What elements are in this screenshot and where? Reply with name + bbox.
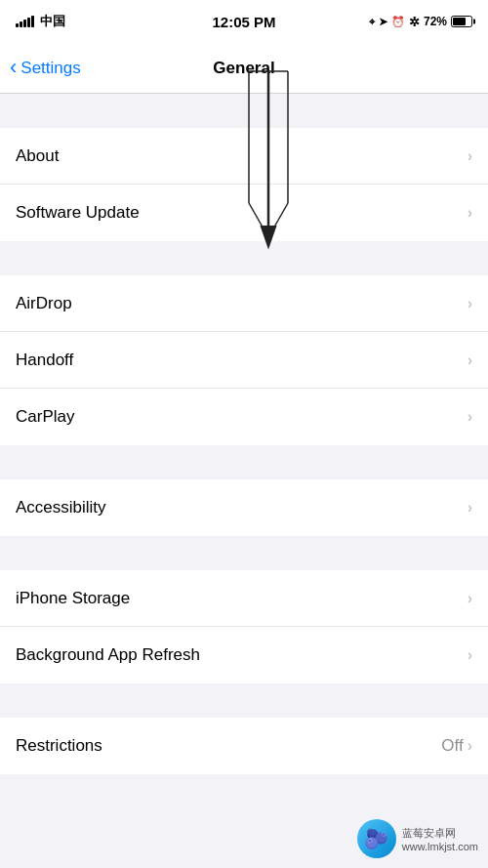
row-background-app-refresh-left: Background App Refresh [16,645,200,665]
row-software-update-left: Software Update [16,203,140,223]
restrictions-label: Restrictions [16,736,102,756]
carrier-label: 中国 [40,13,65,30]
row-airdrop[interactable]: AirDrop › [0,275,488,332]
section-group-5: Restrictions Off › [0,718,488,774]
iphone-storage-chevron: › [468,590,472,607]
iphone-storage-label: iPhone Storage [16,589,130,608]
handoff-label: Handoff [16,351,73,370]
alarm-icon: ⏰ [391,16,405,28]
row-iphone-storage-right: › [468,590,472,607]
row-handoff-right: › [468,351,472,369]
battery-percent: 72% [424,15,447,28]
section-spacer-2 [0,241,488,275]
watermark: 🫐 蓝莓安卓网www.lmkjst.com [357,819,478,858]
carplay-chevron: › [468,408,472,426]
handoff-chevron: › [468,351,472,369]
accessibility-chevron: › [468,499,472,517]
section-group-2: AirDrop › Handoff › CarPlay › [0,275,488,445]
row-background-app-refresh[interactable]: Background App Refresh › [0,627,488,683]
status-bar-time: 12:05 PM [212,14,275,30]
page-title: General [213,59,274,78]
row-about-right: › [468,147,472,165]
row-restrictions-left: Restrictions [16,736,102,756]
section-spacer-5 [0,683,488,718]
carplay-label: CarPlay [16,407,74,427]
about-label: About [16,146,59,166]
row-iphone-storage-left: iPhone Storage [16,589,130,608]
background-app-refresh-chevron: › [468,646,472,664]
battery-icon [451,16,472,27]
status-bar-left: 中国 [16,13,65,30]
row-accessibility-left: Accessibility [16,498,106,517]
row-handoff-left: Handoff [16,351,73,370]
signal-bars [16,16,34,27]
row-restrictions[interactable]: Restrictions Off › [0,718,488,774]
restrictions-value: Off [441,736,463,756]
row-about[interactable]: About › [0,128,488,185]
row-airdrop-left: AirDrop [16,294,72,313]
row-carplay-left: CarPlay [16,407,74,427]
battery-fill [453,18,466,25]
back-button[interactable]: ‹ Settings [10,59,81,78]
section-group-1: About › Software Update › [0,128,488,241]
row-accessibility[interactable]: Accessibility › [0,479,488,536]
airdrop-label: AirDrop [16,294,72,313]
row-carplay[interactable]: CarPlay › [0,389,488,445]
bluetooth-icon: ✲ [409,15,420,29]
section-group-4: iPhone Storage › Background App Refresh … [0,570,488,683]
background-app-refresh-label: Background App Refresh [16,645,200,665]
section-spacer-3 [0,445,488,479]
status-bar-right: ⌖ ➤ ⏰ ✲ 72% [369,15,472,29]
software-update-label: Software Update [16,203,140,223]
section-group-3: Accessibility › [0,479,488,536]
location-icon: ⌖ [369,16,375,28]
software-update-chevron: › [468,204,472,222]
row-accessibility-right: › [468,499,472,517]
row-background-app-refresh-right: › [468,646,472,664]
about-chevron: › [468,147,472,165]
section-spacer-4 [0,536,488,570]
row-handoff[interactable]: Handoff › [0,332,488,389]
back-arrow-icon: ‹ [10,57,17,78]
section-spacer-1 [0,94,488,128]
back-label: Settings [20,59,80,78]
compass-icon: ➤ [379,16,387,28]
row-carplay-right: › [468,408,472,426]
status-bar: 中国 12:05 PM ⌖ ➤ ⏰ ✲ 72% [0,0,488,43]
row-restrictions-right: Off › [441,736,472,756]
row-software-update[interactable]: Software Update › [0,185,488,241]
watermark-logo: 🫐 [357,819,396,858]
accessibility-label: Accessibility [16,498,106,517]
restrictions-chevron: › [468,737,472,755]
row-software-update-right: › [468,204,472,222]
airdrop-chevron: › [468,295,472,312]
nav-bar: ‹ Settings General [0,43,488,94]
row-airdrop-right: › [468,295,472,312]
row-iphone-storage[interactable]: iPhone Storage › [0,570,488,627]
watermark-text: 蓝莓安卓网www.lmkjst.com [402,826,478,852]
row-about-left: About [16,146,59,166]
